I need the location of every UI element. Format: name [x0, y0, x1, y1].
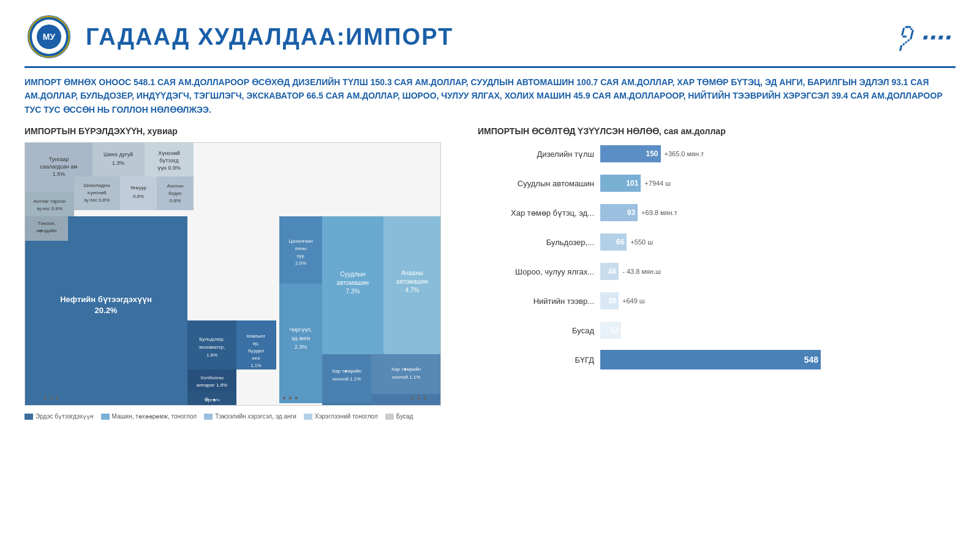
- bar-row: Дизелийн түлш150+365.0 мян.т: [478, 142, 956, 165]
- bar-note: - 43.8 мян.ш: [622, 268, 661, 275]
- bar-segment: 46: [600, 263, 619, 280]
- svg-text:4.7%: 4.7%: [405, 287, 420, 294]
- svg-text:• • •: • • •: [43, 393, 59, 403]
- svg-text:хүнсний: хүнсний: [88, 190, 107, 195]
- svg-text:Цахилгаан: Цахилгаан: [288, 238, 313, 244]
- svg-text:Холбооны: Холбооны: [200, 375, 224, 381]
- bar-label: Нийтийн тээвр...: [478, 297, 600, 306]
- bar-segment: 66: [600, 233, 627, 251]
- svg-text:Азотын: Азотын: [167, 183, 183, 189]
- svg-text:Тунгаар: Тунгаар: [49, 156, 69, 162]
- svg-text:бүрдал: бүрдал: [248, 348, 264, 354]
- left-panel-title: ИМПОРТЫН БҮРЭЛДЭХҮҮН, хувиар: [24, 126, 453, 136]
- svg-text:мөчдийн: мөчдийн: [37, 228, 57, 233]
- svg-rect-84: [322, 403, 371, 406]
- bar-segment: 150: [600, 145, 661, 162]
- bar-segment: 52: [600, 322, 621, 339]
- bar-segment: 93: [600, 204, 638, 221]
- bar-label: Шороо, чулуу ялгах...: [478, 267, 600, 276]
- svg-text:᠀᠁᠂: ᠀᠁᠂: [888, 21, 956, 56]
- svg-text:МУ: МУ: [43, 32, 56, 42]
- page-title: ГАДААД ХУДАЛДАА:ИМПОРТ: [86, 24, 453, 50]
- legend-item-1: Эрдэс бүтээгдэхүүн: [24, 413, 94, 420]
- bar-note: +7944 ш: [644, 180, 671, 187]
- svg-text:1.8%: 1.8%: [206, 352, 217, 358]
- svg-text:хуу.: хуу.: [296, 253, 304, 259]
- svg-text:2.3%: 2.3%: [295, 344, 307, 350]
- svg-text:1.1%: 1.1%: [251, 363, 261, 368]
- bar-label: Суудлын автомашин: [478, 179, 600, 188]
- right-panel-title: ИМПОРТЫН ӨСӨЛТӨД ҮЗҮҮЛСЭН НӨЛӨӨ, сая ам.…: [478, 126, 956, 136]
- svg-text:автомашин: автомашин: [337, 279, 369, 286]
- svg-text:Ачааны: Ачааны: [401, 270, 423, 276]
- svg-text:• • •: • • •: [411, 393, 427, 403]
- legend-item-5: Бусад: [385, 413, 413, 420]
- svg-text:Бульдозер,: Бульдозер,: [199, 336, 224, 342]
- svg-text:Нефтийн бүтээгдэхүүн: Нефтийн бүтээгдэхүүн: [60, 295, 152, 304]
- header: МУ ГАДААД ХУДАЛДАА:ИМПОРТ ᠀᠁᠂: [24, 12, 956, 68]
- bar-row: Шороо, чулуу ялгах...46- 43.8 мян.ш: [478, 260, 956, 283]
- main-content: ИМПОРТЫН БҮРЭЛДЭХҮҮН, хувиар Нефтийн бүт…: [24, 126, 956, 457]
- bar-label: БҮГД: [478, 355, 600, 365]
- bar-label: Дизелийн түлш: [478, 150, 600, 159]
- svg-text:1.5%: 1.5%: [53, 171, 66, 177]
- legend: Эрдэс бүтээгдэхүүн Машин, төхөөрөмж, тон…: [24, 413, 453, 420]
- svg-text:• • •: • • •: [282, 393, 298, 403]
- bar-segment: 39: [600, 292, 619, 309]
- bar-chart: Дизелийн түлш150+365.0 мян.тСуудлын авто…: [478, 142, 956, 371]
- svg-text:ер,: ер,: [253, 341, 259, 346]
- bar-label: Бульдозер,...: [478, 238, 600, 247]
- description-text: ИМПОРТ ӨМНӨХ ОНООС 548.1 САЯ АМ.ДОЛЛАРОО…: [24, 75, 956, 116]
- svg-text:Хүнсний: Хүнсний: [158, 150, 180, 156]
- svg-rect-20: [25, 192, 74, 216]
- bar-note: +550 ш: [630, 238, 653, 246]
- bar-segment: 101: [600, 175, 641, 192]
- svg-text:0.8%: 0.8%: [170, 198, 181, 203]
- svg-rect-91: [371, 394, 441, 406]
- svg-text:Янкуур: Янкуур: [130, 185, 147, 191]
- svg-text:яхны: яхны: [295, 246, 307, 251]
- svg-text:1.3%: 1.3%: [112, 160, 125, 166]
- left-panel: ИМПОРТЫН БҮРЭЛДЭХҮҮН, хувиар Нефтийн бүт…: [24, 126, 453, 457]
- svg-text:2.0%: 2.0%: [295, 260, 306, 266]
- svg-text:Чиргүүл,: Чиргүүл,: [289, 327, 312, 333]
- svg-text:бодис: бодис: [168, 191, 182, 196]
- bar-row: БҮГД548: [478, 348, 956, 371]
- logo-icon: МУ: [24, 12, 74, 61]
- svg-text:Антлаг тарлэн: Антлаг тарлэн: [34, 199, 66, 204]
- right-panel: ИМПОРТЫН ӨСӨЛТӨД ҮЗҮҮЛСЭН НӨЛӨӨ, сая ам.…: [478, 126, 956, 457]
- legend-item-3: Тэжээлийн хэрэгсэл, эд анги: [204, 413, 296, 420]
- bar-row: Суудлын автомашин101+7944 ш: [478, 172, 956, 195]
- svg-text:Суудлын: Суудлын: [340, 271, 365, 278]
- page: МУ ГАДААД ХУДАЛДАА:ИМПОРТ ᠀᠁᠂ ИМПОРТ ӨМН…: [0, 0, 980, 557]
- svg-text:зүлос 0.8%: зүлос 0.8%: [84, 197, 110, 203]
- svg-text:Хар төмрийн: Хар төмрийн: [391, 366, 421, 372]
- svg-text:эд анги: эд анги: [292, 335, 310, 341]
- svg-text:Хар төмрийн: Хар төмрийн: [332, 368, 361, 374]
- svg-text:аппарат 1.8%: аппарат 1.8%: [197, 382, 227, 388]
- legend-item-4: Хэрэглээний тоноглол: [304, 413, 378, 420]
- svg-text:бүтээгд: бүтээгд: [159, 157, 179, 164]
- svg-text:экскаватор,: экскаватор,: [199, 344, 225, 350]
- mongolian-script-icon: ᠀᠁᠂: [882, 12, 956, 61]
- svg-text:зэрэг: зэрэг: [206, 404, 217, 406]
- bar-row: Бусад52: [478, 319, 956, 342]
- svg-text:Шоколадны: Шоколадны: [83, 183, 110, 188]
- svg-text:Өргөгч: Өргөгч: [205, 397, 220, 403]
- bar-note: +69.8 мян.т: [641, 209, 677, 216]
- svg-rect-77: [383, 216, 441, 354]
- svg-text:Тэжээл,: Тэжээл,: [37, 221, 55, 226]
- svg-text:автомашин: автомашин: [396, 278, 428, 285]
- svg-text:хоолой 1.1%: хоолой 1.1%: [333, 376, 361, 382]
- svg-text:саалагдсан ам: саалагдсан ам: [40, 164, 77, 170]
- bar-note: +365.0 мян.т: [665, 150, 704, 157]
- bar-note: +649 ш: [622, 297, 645, 305]
- svg-text:7.3%: 7.3%: [346, 288, 360, 295]
- bar-row: Бульдозер,...66+550 ш: [478, 230, 956, 254]
- bar-label: Бусад: [478, 326, 600, 335]
- bar-row: Нийтийн тээвр...39+649 ш: [478, 289, 956, 313]
- legend-item-2: Машин, төхөөрөмж, тоноглол: [101, 413, 197, 420]
- bar-row: Хар төмөр бүтэц, эд...93+69.8 мян.т: [478, 201, 956, 224]
- svg-text:үүн 0.9%: үүн 0.9%: [157, 165, 181, 171]
- svg-text:Компьют: Компьют: [247, 333, 266, 339]
